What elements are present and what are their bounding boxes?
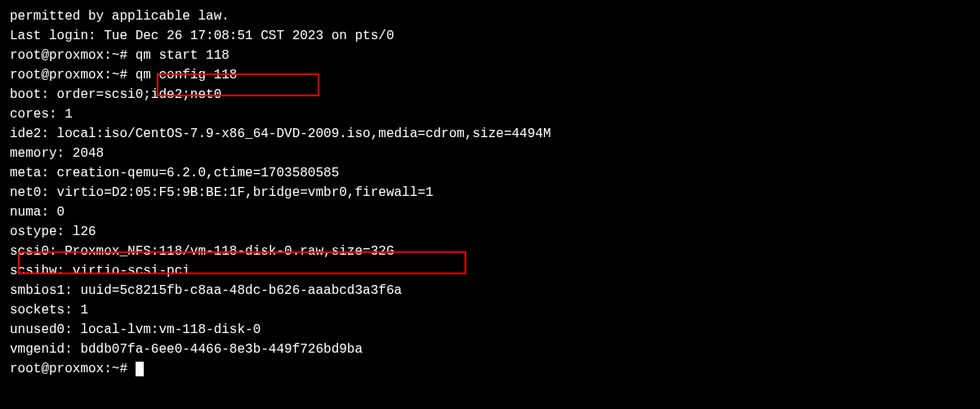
terminal-output-line: ostype: l26 (10, 222, 970, 242)
cursor-icon (136, 362, 144, 376)
terminal-output-line: numa: 0 (10, 202, 970, 222)
terminal-output-line: scsihw: virtio-scsi-pci (10, 261, 970, 281)
terminal-output-line: ide2: local:iso/CentOS-7.9-x86_64-DVD-20… (10, 124, 970, 144)
terminal-output-line: sockets: 1 (10, 300, 970, 320)
terminal-window[interactable]: permitted by applicable law. Last login:… (10, 7, 970, 379)
terminal-output-line: net0: virtio=D2:05:F5:9B:BE:1F,bridge=vm… (10, 183, 970, 202)
terminal-output-line: meta: creation-qemu=6.2.0,ctime=17035805… (10, 163, 970, 183)
terminal-output-line: cores: 1 (10, 104, 970, 124)
terminal-output-line: boot: order=scsi0;ide2;net0 (10, 85, 970, 104)
terminal-output-line: scsi0: Proxmox_NFS:118/vm-118-disk-0.raw… (10, 242, 970, 261)
terminal-output-line: unused0: local-lvm:vm-118-disk-0 (10, 320, 970, 340)
terminal-output-line: smbios1: uuid=5c8215fb-c8aa-48dc-b626-aa… (10, 281, 970, 300)
terminal-output-line: permitted by applicable law. (10, 7, 970, 26)
terminal-output-line: vmgenid: bddb07fa-6ee0-4466-8e3b-449f726… (10, 340, 970, 359)
terminal-prompt: root@proxmox:~# (10, 362, 136, 376)
terminal-prompt-line[interactable]: root@proxmox:~# (10, 359, 970, 379)
terminal-command-line: root@proxmox:~# qm config 118 (10, 65, 970, 85)
terminal-command-line: root@proxmox:~# qm start 118 (10, 46, 970, 65)
terminal-output-line: Last login: Tue Dec 26 17:08:51 CST 2023… (10, 26, 970, 46)
terminal-output-line: memory: 2048 (10, 144, 970, 163)
